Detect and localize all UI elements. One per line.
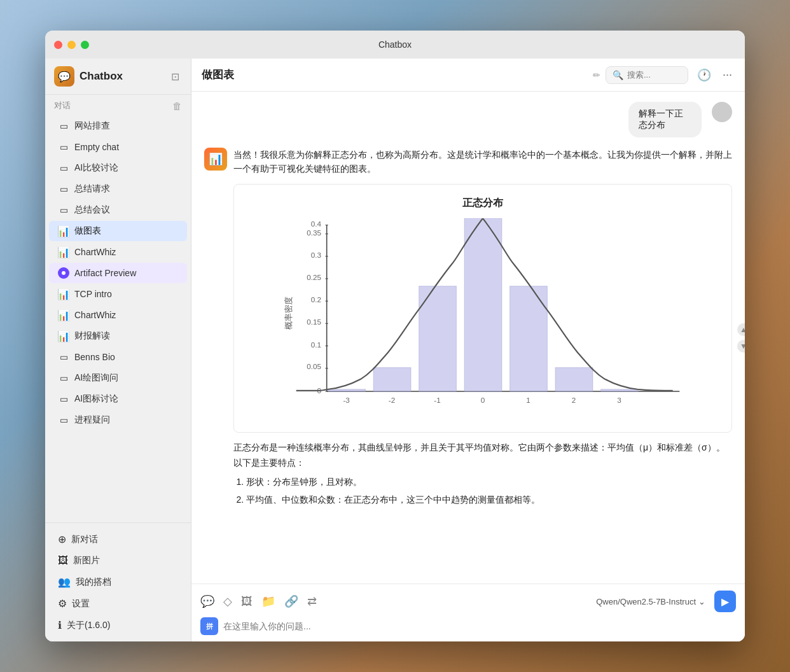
folder-icon[interactable]: 📁: [261, 594, 275, 608]
link-icon[interactable]: 🔗: [284, 594, 298, 608]
bar-neg2: [373, 368, 411, 391]
minimize-button[interactable]: [67, 41, 76, 49]
chat-header-actions: 🔍 🕐 ···: [606, 66, 735, 85]
input-row: 拼: [200, 617, 736, 635]
svg-text:0.2: 0.2: [311, 296, 321, 304]
chart-container: 正态分布 概率密度 0: [233, 184, 732, 433]
main-content: 💬 Chatbox ⊡ 对话 🗑 ▭ 网站排查 ▭ Empty chat: [45, 59, 745, 641]
after-text-intro: 正态分布是一种连续概率分布，其曲线呈钟形，并且关于其平均值对称。它由两个参数来描…: [233, 442, 725, 468]
pinyin-button[interactable]: 拼: [200, 617, 218, 635]
after-text: 正态分布是一种连续概率分布，其曲线呈钟形，并且关于其平均值对称。它由两个参数来描…: [233, 440, 732, 507]
sidebar-item-chartwhiz2[interactable]: 📊 ChartWhiz: [49, 305, 187, 325]
new-image-label: 新图片: [73, 555, 100, 566]
chat-icon: ▭: [58, 414, 69, 426]
user-avatar: [712, 102, 732, 122]
eraser-icon[interactable]: ◇: [223, 594, 232, 608]
maximize-button[interactable]: [81, 41, 89, 49]
chart-icon: 📊: [58, 225, 69, 237]
y-label-04: 0.4: [311, 220, 322, 228]
after-list: 形状：分布呈钟形，且对称。 平均值、中位数和众数：在正态分布中，这三个中中趋势的…: [233, 475, 732, 508]
sidebar-item-label: 总结会议: [74, 204, 110, 216]
chat-area: 做图表 ✏ 🔍 🕐 ···: [191, 59, 745, 641]
sidebar-item-label: AI绘图询问: [74, 372, 118, 384]
sidebar-item-make-chart[interactable]: 📊 做图表: [49, 221, 187, 241]
model-selector[interactable]: Qwen/Qwen2.5-7B-Instruct ⌄: [596, 597, 705, 606]
chart-title: 正态分布: [244, 195, 721, 211]
sidebar-item-chartwhiz1[interactable]: 📊 ChartWhiz: [49, 242, 187, 262]
x-label-pos3: 3: [617, 396, 621, 405]
sidebar-item-label: AI比较讨论: [74, 162, 118, 174]
sidebar-items: ▭ 网站排查 ▭ Empty chat ▭ AI比较讨论 ▭ 总结请求: [45, 113, 191, 522]
close-button[interactable]: [54, 41, 62, 49]
search-input[interactable]: [627, 70, 684, 80]
chat-title: 做图表: [202, 67, 588, 82]
bar-pos3: [601, 389, 639, 391]
history-icon[interactable]: 🕐: [695, 66, 714, 85]
chat-icon: ▭: [58, 372, 69, 384]
sidebar-item-label: AI图标讨论: [74, 393, 118, 405]
assistant-intro-text: 当然！我很乐意为你解释正态分布，也称为高斯分布。这是统计学和概率论中的一个基本概…: [233, 148, 732, 176]
sidebar-item-label: ChartWhiz: [74, 310, 116, 320]
sidebar-item-label: 财报解读: [74, 330, 110, 342]
sidebar-item-label: 总结请求: [74, 183, 110, 195]
scroll-up-button[interactable]: ▲: [737, 323, 745, 336]
list-item-1: 形状：分布呈钟形，且对称。: [246, 475, 732, 490]
sidebar-item-label: Artifact Preview: [74, 268, 136, 278]
sidebar-item-ai-icon[interactable]: ▭ AI图标讨论: [49, 389, 187, 409]
assistant-content: 当然！我很乐意为你解释正态分布，也称为高斯分布。这是统计学和概率论中的一个基本概…: [233, 148, 732, 510]
sidebar-item-about[interactable]: ℹ 关于(1.6.0): [49, 615, 187, 636]
svg-text:0.25: 0.25: [307, 273, 321, 281]
app-window: Chatbox 💬 Chatbox ⊡ 对话 🗑 ▭ 网站排查: [45, 31, 745, 641]
sidebar-item-summary-req[interactable]: ▭ 总结请求: [49, 179, 187, 199]
model-name: Qwen/Qwen2.5-7B-Instruct: [596, 597, 696, 606]
user-message: 解释一下正态分布: [204, 102, 732, 137]
x-label-neg3: -3: [343, 396, 349, 405]
sidebar-item-wangzhan[interactable]: ▭ 网站排查: [49, 116, 187, 136]
flow-icon[interactable]: ⇄: [307, 594, 317, 608]
sidebar-item-new-image[interactable]: 🖼 新图片: [49, 550, 187, 571]
brand: 💬 Chatbox: [54, 66, 123, 87]
sidebar-item-ai-compare[interactable]: ▭ AI比较讨论: [49, 158, 187, 178]
scroll-down-button[interactable]: ▼: [737, 340, 745, 353]
sidebar-item-label: 网站排查: [74, 120, 110, 132]
sidebar-item-settings[interactable]: ⚙ 设置: [49, 593, 187, 614]
sidebar-item-label: TCP intro: [74, 289, 112, 299]
collapse-button[interactable]: ⊡: [169, 68, 182, 85]
sidebar-item-my-partner[interactable]: 👥 我的搭档: [49, 571, 187, 592]
more-icon[interactable]: ···: [720, 66, 735, 84]
sidebar-item-new-chat[interactable]: ⊕ 新对话: [49, 529, 187, 550]
about-label: 关于(1.6.0): [67, 620, 110, 631]
sidebar-item-ai-draw[interactable]: ▭ AI绘图询问: [49, 368, 187, 388]
sidebar-item-summary-meeting[interactable]: ▭ 总结会议: [49, 200, 187, 220]
sidebar-item-artifact-preview[interactable]: Artifact Preview: [49, 263, 187, 283]
svg-text:0.05: 0.05: [307, 362, 321, 370]
brand-name: Chatbox: [80, 70, 123, 83]
sidebar-item-progress[interactable]: ▭ 进程疑问: [49, 410, 187, 430]
svg-text:0.15: 0.15: [307, 318, 321, 326]
x-label-pos2: 2: [572, 396, 576, 405]
sidebar-item-empty-chat[interactable]: ▭ Empty chat: [49, 137, 187, 157]
chatbox-icon[interactable]: 💬: [200, 594, 214, 608]
list-item-2: 平均值、中位数和众数：在正态分布中，这三个中中趋势的测量值都相等。: [246, 493, 732, 508]
sidebar-header: 💬 Chatbox ⊡: [45, 59, 191, 95]
chevron-down-icon: ⌄: [698, 597, 705, 606]
brand-icon: 💬: [54, 66, 74, 87]
window-title: Chatbox: [378, 39, 412, 50]
scroll-indicators: ▲ ▼: [737, 323, 745, 353]
section-label: 对话: [54, 100, 71, 111]
search-box: 🔍: [606, 66, 688, 84]
sidebar-item-benns-bio[interactable]: ▭ Benns Bio: [49, 347, 187, 367]
edit-icon[interactable]: ✏: [593, 70, 600, 80]
image-upload-icon[interactable]: 🖼: [241, 595, 253, 608]
sidebar-item-tcp-intro[interactable]: 📊 TCP intro: [49, 284, 187, 304]
delete-icon[interactable]: 🗑: [172, 101, 182, 111]
sidebar-item-financial[interactable]: 📊 财报解读: [49, 326, 187, 346]
assistant-avatar: 📊: [204, 148, 227, 171]
plus-circle-icon: ⊕: [58, 533, 66, 545]
sidebar-item-label: ChartWhiz: [74, 247, 116, 257]
chat-icon: ▭: [58, 141, 69, 153]
sidebar-item-label: Empty chat: [74, 142, 119, 152]
message-input[interactable]: [223, 621, 736, 631]
send-button[interactable]: ▶: [714, 591, 736, 612]
my-partner-label: 我的搭档: [76, 577, 111, 588]
